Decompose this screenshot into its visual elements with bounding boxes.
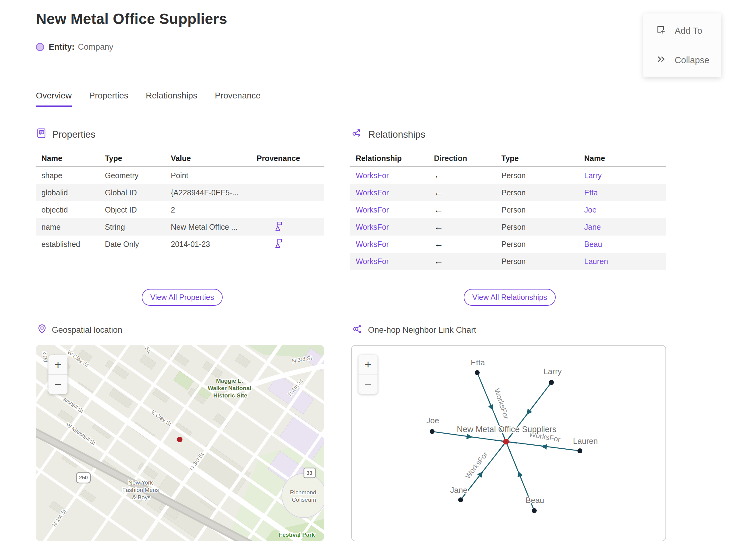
svg-text:k Rd: k Rd [41, 351, 48, 362]
property-row: shape Geometry Point [36, 167, 324, 184]
tab-relationships[interactable]: Relationships [146, 91, 197, 107]
property-name: established [36, 240, 105, 249]
collapse-label: Collapse [675, 55, 709, 65]
properties-table-header: Name Type Value Provenance [36, 150, 324, 167]
relationships-section-title: Relationships [368, 129, 425, 140]
property-name: name [36, 223, 105, 232]
properties-icon [36, 128, 47, 141]
relationship-link[interactable]: WorksFor [350, 205, 434, 214]
property-type: Global ID [105, 188, 171, 197]
relationship-link[interactable]: WorksFor [350, 171, 434, 180]
link-chart-icon [353, 324, 363, 336]
geospatial-header: Geospatial location [37, 324, 122, 336]
node-joe[interactable] [430, 429, 435, 434]
property-value: 2 [171, 205, 257, 214]
provenance-flag-icon[interactable] [274, 239, 283, 250]
map-zoom-out-button[interactable]: − [48, 375, 67, 394]
related-type: Person [501, 171, 584, 180]
add-to-button[interactable]: Add To [643, 25, 721, 37]
geospatial-title: Geospatial location [52, 325, 122, 335]
property-name: globalid [36, 188, 105, 197]
entity-color-dot [36, 43, 44, 51]
properties-section-header: Properties [36, 128, 95, 141]
node-jane[interactable] [458, 497, 463, 502]
relationship-row: WorksFor ← Person Larry [350, 167, 666, 184]
add-to-label: Add To [675, 26, 702, 36]
link-chart-canvas: WorksFor WorksFor WorksFor Etta Larry Jo… [352, 346, 665, 541]
map-zoom-in-button[interactable]: + [48, 355, 67, 375]
view-all-relationships-button[interactable]: View All Relationships [464, 289, 556, 306]
tab-overview[interactable]: Overview [36, 91, 72, 107]
relationship-link[interactable]: WorksFor [350, 188, 434, 197]
entity-location-marker[interactable] [177, 437, 182, 442]
related-entity-link[interactable]: Lauren [584, 257, 666, 266]
relationship-row: WorksFor ← Person Etta [350, 184, 666, 201]
property-value: Point [171, 171, 257, 180]
direction-arrow: ← [434, 204, 501, 215]
relationship-link[interactable]: WorksFor [350, 240, 434, 249]
col-provenance: Provenance [257, 154, 324, 163]
map-canvas: 250 33 k Rd W Clay St Sa arshall St W Ma… [36, 345, 324, 541]
related-entity-link[interactable]: Jane [584, 223, 666, 232]
col-type: Type [501, 154, 584, 163]
related-entity-link[interactable]: Joe [584, 205, 666, 214]
view-all-properties-button[interactable]: View All Properties [142, 289, 223, 306]
property-row: established Date Only 2014-01-23 [36, 236, 324, 253]
direction-arrow: ← [434, 221, 501, 232]
map-pin-icon [37, 324, 47, 336]
related-entity-link[interactable]: Larry [584, 171, 666, 180]
property-value: {A228944F-0EF5-... [171, 188, 257, 197]
svg-text:Beau: Beau [526, 496, 544, 505]
relationship-row: WorksFor ← Person Lauren [350, 253, 666, 270]
property-row: globalid Global ID {A228944F-0EF5-... [36, 184, 324, 201]
property-value: 2014-01-23 [171, 240, 257, 249]
entity-detail-page: New Metal Office Suppliers Entity: Compa… [0, 0, 736, 560]
node-larry[interactable] [549, 380, 554, 385]
direction-arrow: ← [434, 170, 501, 181]
entity-type-value: Company [78, 42, 113, 52]
relationship-link[interactable]: WorksFor [350, 223, 434, 232]
relationships-icon [352, 128, 363, 141]
tab-provenance[interactable]: Provenance [215, 91, 260, 107]
related-entity-link[interactable]: Beau [584, 240, 666, 249]
relationship-row: WorksFor ← Person Beau [350, 236, 666, 253]
node-etta[interactable] [475, 370, 480, 375]
col-value: Value [171, 154, 257, 163]
related-type: Person [501, 240, 584, 249]
node-lauren[interactable] [577, 448, 582, 453]
chart-zoom-control: + − [358, 355, 378, 394]
add-to-icon [656, 25, 666, 37]
related-type: Person [501, 257, 584, 266]
node-center-entity[interactable] [503, 439, 509, 445]
tab-bar: Overview Properties Relationships Proven… [36, 91, 261, 107]
property-type: Geometry [105, 171, 171, 180]
relationships-section-header: Relationships [352, 128, 425, 141]
chart-zoom-in-button[interactable]: + [358, 355, 378, 374]
route-shield-250: 250 [76, 472, 90, 483]
related-type: Person [501, 223, 584, 232]
link-chart[interactable]: WorksFor WorksFor WorksFor Etta Larry Jo… [351, 345, 666, 541]
direction-arrow: ← [434, 256, 501, 267]
coliseum-footprint [282, 474, 324, 518]
relationship-row: WorksFor ← Person Joe [350, 201, 666, 218]
provenance-flag-icon[interactable] [274, 221, 283, 233]
properties-section-title: Properties [52, 129, 95, 140]
svg-text:Larry: Larry [543, 367, 562, 376]
svg-text:Lauren: Lauren [573, 436, 598, 446]
tab-properties[interactable]: Properties [89, 91, 128, 107]
node-beau[interactable] [532, 508, 537, 513]
relationships-table: Relationship Direction Type Name WorksFo… [350, 150, 666, 270]
property-row: objectid Object ID 2 [36, 201, 324, 218]
collapse-icon [656, 54, 666, 67]
entity-label: Entity: [49, 42, 75, 52]
actions-card: Add To Collapse [643, 13, 721, 77]
properties-table: Name Type Value Provenance shape Geometr… [36, 150, 324, 253]
route-shield-33: 33 [304, 468, 315, 478]
relationship-link[interactable]: WorksFor [350, 257, 434, 266]
related-entity-link[interactable]: Etta [584, 188, 666, 197]
chart-zoom-out-button[interactable]: − [358, 374, 378, 394]
map[interactable]: 250 33 k Rd W Clay St Sa arshall St W Ma… [36, 345, 324, 541]
collapse-button[interactable]: Collapse [643, 54, 721, 67]
link-chart-title: One-hop Neighbor Link Chart [368, 325, 476, 335]
direction-arrow: ← [434, 239, 501, 250]
